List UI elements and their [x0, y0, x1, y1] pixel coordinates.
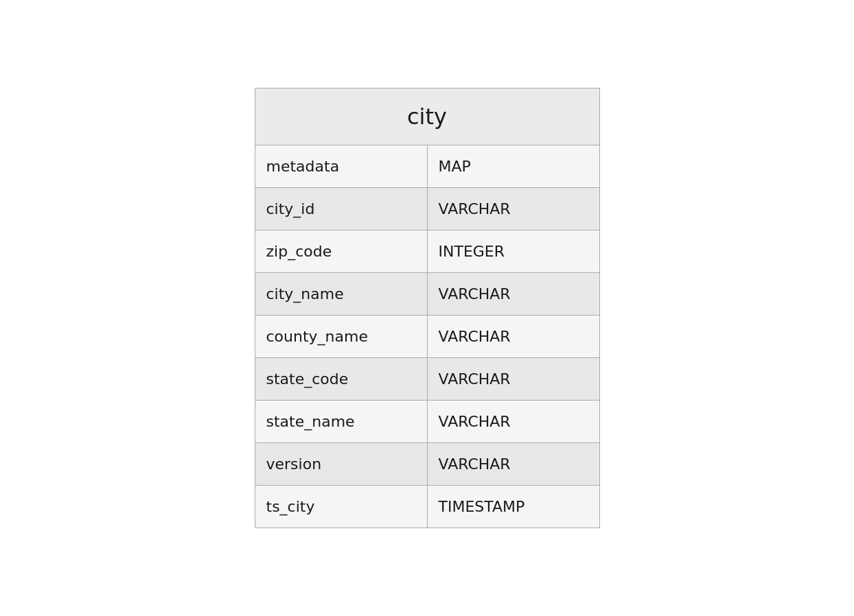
table-row: metadataMAP — [255, 145, 599, 188]
column-name: metadata — [255, 145, 428, 188]
column-type: VARCHAR — [427, 273, 599, 316]
column-name: city_id — [255, 188, 428, 230]
column-type: VARCHAR — [427, 401, 599, 443]
column-name: city_name — [255, 273, 428, 316]
table-title: city — [255, 88, 599, 145]
column-name: zip_code — [255, 230, 428, 273]
table-row: state_nameVARCHAR — [255, 401, 599, 443]
table-row: ts_cityTIMESTAMP — [255, 486, 599, 528]
column-type: INTEGER — [427, 230, 599, 273]
column-name: version — [255, 443, 428, 486]
table-row: county_nameVARCHAR — [255, 316, 599, 358]
table-row: state_codeVARCHAR — [255, 358, 599, 401]
column-type: VARCHAR — [427, 316, 599, 358]
column-name: ts_city — [255, 486, 428, 528]
column-type: VARCHAR — [427, 358, 599, 401]
column-name: county_name — [255, 316, 428, 358]
column-type: TIMESTAMP — [427, 486, 599, 528]
table-row: versionVARCHAR — [255, 443, 599, 486]
column-name: state_name — [255, 401, 428, 443]
table-row: city_idVARCHAR — [255, 188, 599, 230]
column-type: VARCHAR — [427, 443, 599, 486]
column-type: MAP — [427, 145, 599, 188]
table-row: zip_codeINTEGER — [255, 230, 599, 273]
column-type: VARCHAR — [427, 188, 599, 230]
table-row: city_nameVARCHAR — [255, 273, 599, 316]
table-title-row: city — [255, 88, 599, 145]
schema-table: city metadataMAPcity_idVARCHARzip_codeIN… — [255, 88, 600, 528]
column-name: state_code — [255, 358, 428, 401]
